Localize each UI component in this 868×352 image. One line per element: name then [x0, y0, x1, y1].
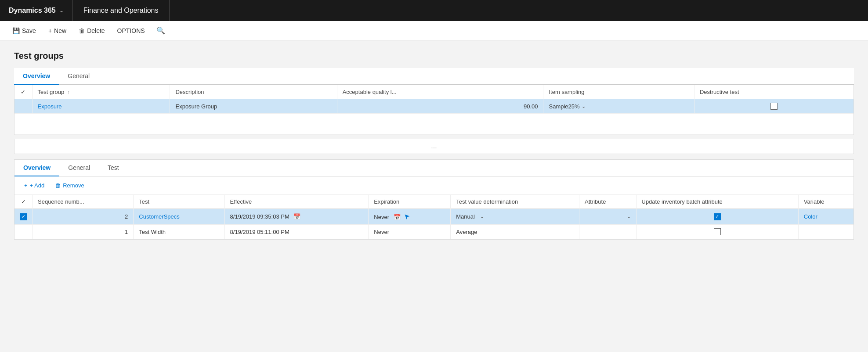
lower-tab-bar: Overview General Test — [14, 160, 854, 176]
effective-calendar-icon[interactable]: 📅 — [293, 213, 300, 220]
attribute-chevron-icon[interactable]: ⌄ — [627, 214, 631, 219]
page-content: Test groups Overview General ✓ Test grou… — [0, 40, 868, 352]
upper-row-itemsampling[interactable]: Sample25% ⌄ — [543, 99, 694, 114]
lower-col-attribute[interactable]: Attribute — [579, 195, 636, 209]
customerspecs-link[interactable]: CustomerSpecs — [139, 213, 179, 220]
lower-col-sequence[interactable]: Sequence numb... — [33, 195, 134, 209]
lower-row2-effective: 8/19/2019 05:11:00 PM — [224, 225, 369, 239]
sort-icon: ↑ — [68, 90, 70, 95]
expiration-calendar-icon[interactable]: 📅 — [394, 214, 401, 220]
remove-button[interactable]: 🗑 Remove — [51, 180, 88, 191]
lower-col-effective[interactable]: Effective — [224, 195, 369, 209]
upper-col-check: ✓ — [14, 85, 32, 99]
lower-col-expiration[interactable]: Expiration — [369, 195, 451, 209]
add-button[interactable]: + + Add — [20, 180, 49, 191]
new-button[interactable]: + New — [43, 25, 72, 37]
checkmark-header-icon: ✓ — [21, 89, 25, 95]
blue-arrow-icon: ➤ — [401, 212, 412, 222]
tab-test-lower[interactable]: Test — [99, 160, 128, 176]
save-button[interactable]: 💾 Save — [7, 25, 41, 37]
tab-overview-upper[interactable]: Overview — [14, 68, 59, 85]
lower-row2-test: Test Width — [134, 225, 224, 239]
color-link[interactable]: Color — [804, 213, 817, 220]
tab-general-upper[interactable]: General — [59, 68, 98, 85]
lower-row1-effective: 8/19/2019 09:35:03 PM 📅 — [224, 209, 369, 225]
new-icon: + — [48, 27, 52, 34]
upper-row-check — [14, 99, 32, 114]
options-button[interactable]: OPTIONS — [112, 25, 150, 37]
upper-tab-bar: Overview General — [14, 68, 854, 85]
main-toolbar: 💾 Save + New 🗑 Delete OPTIONS 🔍 — [0, 21, 868, 40]
row1-selected-checkbox[interactable]: ✓ — [20, 213, 27, 220]
lower-row2-sequence: 1 — [33, 225, 134, 239]
testvaluedet-value: Manual — [456, 213, 475, 220]
lower-table-row-2[interactable]: 1 Test Width 8/19/2019 05:11:00 PM Never… — [14, 225, 854, 239]
testvaluedet-chevron[interactable]: ⌄ — [480, 214, 484, 219]
lower-table: ✓ Sequence numb... Test Effective Expira… — [14, 195, 854, 239]
lower-col-testvaluedet[interactable]: Test value determination — [451, 195, 579, 209]
lower-row2-testvaluedet: Average — [451, 225, 579, 239]
upper-row-description: Exposure Group — [170, 99, 337, 114]
sampling-dropdown-chevron[interactable]: ⌄ — [582, 104, 586, 109]
upper-table: ✓ Test group ↑ Description Acceptable qu… — [14, 85, 854, 135]
delete-icon: 🗑 — [79, 27, 85, 34]
remove-icon: 🗑 — [55, 182, 61, 189]
row1-updateinv-checkbox[interactable]: ✓ — [714, 213, 721, 220]
lower-row1-updateinv: ✓ — [636, 209, 798, 225]
upper-col-testgroup[interactable]: Test group ↑ — [32, 85, 170, 99]
tab-overview-lower[interactable]: Overview — [14, 160, 59, 176]
upper-table-row[interactable]: Exposure Exposure Group 90.00 Sample25% … — [14, 99, 854, 114]
lower-col-updateinv[interactable]: Update inventory batch attribute — [636, 195, 798, 209]
destructive-checkbox[interactable] — [770, 103, 778, 110]
lower-row2-check — [14, 225, 33, 239]
lower-col-test[interactable]: Test — [134, 195, 224, 209]
save-icon: 💾 — [12, 27, 20, 34]
brand-name: Dynamics 365 — [9, 7, 56, 14]
exposure-link[interactable]: Exposure — [38, 103, 62, 110]
sample-value: Sample25% — [549, 103, 579, 110]
lower-row1-sequence: 2 — [33, 209, 134, 225]
upper-row-destructive — [694, 99, 854, 114]
lower-row1-variable[interactable]: Color — [798, 209, 854, 225]
lower-row2-variable — [798, 225, 854, 239]
lower-row1-attribute[interactable]: ⌄ — [579, 209, 636, 225]
sub-toolbar: + + Add 🗑 Remove — [14, 176, 854, 195]
lower-row1-check: ✓ — [14, 209, 33, 225]
upper-col-aql[interactable]: Acceptable quality l... — [337, 85, 543, 99]
search-icon[interactable]: 🔍 — [154, 24, 168, 37]
tab-general-lower[interactable]: General — [59, 160, 99, 176]
lower-col-check: ✓ — [14, 195, 33, 209]
lower-row2-attribute — [579, 225, 636, 239]
lower-row1-testvaluedet[interactable]: Manual ⌄ — [451, 209, 579, 225]
lower-row2-updateinv — [636, 225, 798, 239]
upper-col-itemsampling[interactable]: Item sampling — [543, 85, 694, 99]
delete-button[interactable]: 🗑 Delete — [73, 25, 110, 37]
brand-chevron-icon: ⌄ — [59, 7, 64, 14]
search-section[interactable]: 🔍 — [154, 24, 168, 37]
upper-row-testgroup[interactable]: Exposure — [32, 99, 170, 114]
upper-col-destructive[interactable]: Destructive test — [694, 85, 854, 99]
lower-row1-test[interactable]: CustomerSpecs — [134, 209, 224, 225]
module-name: Finance and Operations — [73, 0, 170, 21]
top-navigation: Dynamics 365 ⌄ Finance and Operations — [0, 0, 868, 21]
lower-table-row-1[interactable]: ✓ 2 CustomerSpecs 8/19/2019 09:35:03 PM … — [14, 209, 854, 225]
lower-section: Overview General Test + + Add 🗑 Remove ✓… — [14, 159, 854, 240]
row2-updateinv-checkbox[interactable] — [714, 228, 721, 235]
ellipsis-row: ... — [14, 139, 854, 154]
lower-col-variable[interactable]: Variable — [798, 195, 854, 209]
upper-table-section: ✓ Test group ↑ Description Acceptable qu… — [14, 85, 854, 135]
lower-row2-expiration: Never — [369, 225, 451, 239]
lower-row1-expiration: Never 📅 ➤ — [369, 209, 451, 225]
brand-section[interactable]: Dynamics 365 ⌄ — [0, 0, 73, 21]
add-icon: + — [24, 182, 28, 189]
page-title: Test groups — [14, 51, 854, 61]
upper-col-description[interactable]: Description — [170, 85, 337, 99]
upper-table-empty-row — [14, 114, 854, 135]
upper-row-aql: 90.00 — [337, 99, 543, 114]
